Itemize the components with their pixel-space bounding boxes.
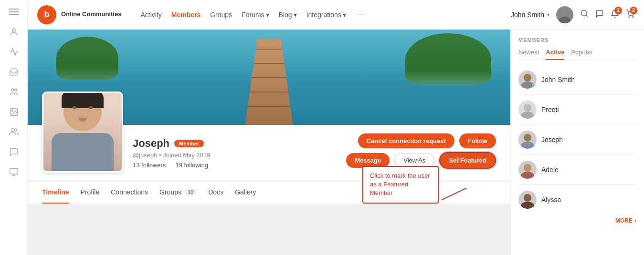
logo-text: Online Communities bbox=[61, 10, 121, 19]
tab-active[interactable]: Active bbox=[546, 49, 564, 60]
messages-icon[interactable] bbox=[595, 10, 604, 20]
svg-point-0 bbox=[12, 29, 15, 32]
online-indicator bbox=[532, 84, 536, 88]
notifications-icon[interactable]: 2 bbox=[611, 10, 619, 20]
activity-icon[interactable] bbox=[9, 47, 19, 57]
svg-point-26 bbox=[524, 194, 531, 202]
svg-point-20 bbox=[524, 104, 531, 112]
member-item-alyssa[interactable]: Alyssa bbox=[518, 187, 636, 213]
member-name-alyssa: Alyssa bbox=[541, 196, 561, 204]
nav-members[interactable]: Members bbox=[171, 11, 201, 19]
profile-name-row: Joseph Member bbox=[133, 137, 337, 150]
nav-more-dots[interactable]: ··· bbox=[358, 10, 365, 20]
svg-point-1 bbox=[11, 89, 14, 91]
svg-point-2 bbox=[14, 89, 17, 91]
main-container: b Online Communities Activity Members Gr… bbox=[28, 0, 644, 255]
cart-icon[interactable]: 2 bbox=[626, 10, 634, 20]
svg-point-23 bbox=[521, 142, 534, 149]
monitor-icon[interactable] bbox=[9, 167, 19, 177]
svg-line-13 bbox=[586, 15, 587, 16]
group-icon[interactable] bbox=[9, 87, 19, 97]
svg-point-22 bbox=[524, 134, 531, 142]
tab-gallery[interactable]: Gallery bbox=[235, 182, 256, 204]
member-item-joseph[interactable]: Joseph bbox=[518, 127, 636, 153]
profile-actions: Cancel connection request Follow Message… bbox=[346, 133, 496, 173]
blog-chevron: ▾ bbox=[294, 11, 297, 19]
profile-card: Joseph Member @joseph • Joined May 2019 … bbox=[28, 125, 510, 180]
user-name: John Smith bbox=[511, 11, 544, 19]
hamburger-menu-icon[interactable] bbox=[9, 7, 19, 17]
member-name-preeti: Preeti bbox=[541, 106, 559, 113]
divider bbox=[518, 154, 636, 155]
notification-badge: 2 bbox=[614, 7, 622, 14]
nav-activity[interactable]: Activity bbox=[140, 11, 161, 19]
member-item-john[interactable]: John Smith bbox=[518, 67, 636, 92]
logo-area[interactable]: b Online Communities bbox=[37, 5, 121, 24]
divider bbox=[518, 124, 636, 125]
groups-badge: 10 bbox=[184, 189, 197, 195]
nav-groups[interactable]: Groups bbox=[210, 11, 232, 19]
user-menu[interactable]: John Smith ▾ bbox=[511, 11, 549, 19]
member-item-preeti[interactable]: Preeti bbox=[518, 97, 636, 122]
image-icon[interactable] bbox=[9, 107, 19, 117]
people-icon[interactable] bbox=[9, 127, 19, 137]
followers-count: 13 followers bbox=[133, 162, 166, 169]
members-tabs: Newest Active Popular bbox=[518, 49, 636, 60]
avatar-image bbox=[43, 93, 122, 171]
action-row-top: Cancel connection request Follow bbox=[358, 133, 496, 148]
svg-point-25 bbox=[521, 172, 534, 179]
user-avatar-nav[interactable] bbox=[556, 6, 573, 23]
member-item-adele[interactable]: Adele bbox=[518, 157, 636, 183]
nav-blog[interactable]: Blog ▾ bbox=[279, 11, 297, 19]
profile-stats: 13 followers 19 following bbox=[133, 162, 337, 169]
inbox-icon[interactable] bbox=[9, 67, 19, 77]
right-sidebar: MEMBERS Newest Active Popular John Smith bbox=[510, 30, 644, 255]
svg-point-5 bbox=[14, 129, 17, 131]
profile-avatar bbox=[42, 92, 123, 173]
divider bbox=[518, 184, 636, 185]
profile-handle: @joseph • Joined May 2019 bbox=[133, 152, 337, 159]
tab-timeline[interactable]: Timeline bbox=[42, 182, 69, 204]
member-avatar-preeti bbox=[518, 101, 537, 119]
member-avatar-adele bbox=[518, 161, 537, 179]
nav-right: John Smith ▾ 2 2 bbox=[511, 6, 634, 23]
profile-header-row: Joseph Member @joseph • Joined May 2019 … bbox=[42, 125, 496, 173]
chat-icon[interactable] bbox=[9, 147, 19, 157]
forums-chevron: ▾ bbox=[266, 11, 269, 19]
search-icon[interactable] bbox=[580, 9, 589, 20]
logo-icon: b bbox=[37, 5, 56, 24]
tab-connections[interactable]: Connections bbox=[111, 182, 148, 204]
member-name-joseph: Joseph bbox=[541, 136, 563, 143]
svg-point-15 bbox=[633, 17, 633, 18]
member-avatar-john bbox=[518, 71, 537, 89]
user-icon[interactable] bbox=[9, 27, 19, 37]
svg-point-27 bbox=[521, 202, 534, 209]
integrations-chevron: ▾ bbox=[343, 11, 346, 19]
member-avatar-alyssa bbox=[518, 191, 537, 209]
nav-forums[interactable]: Forums ▾ bbox=[242, 11, 269, 19]
nav-integrations[interactable]: Integrations ▾ bbox=[306, 11, 346, 19]
profile-info: Joseph Member @joseph • Joined May 2019 … bbox=[133, 137, 337, 173]
content-area: Joseph Member @joseph • Joined May 2019 … bbox=[28, 30, 644, 255]
member-name-john: John Smith bbox=[541, 76, 575, 83]
tab-groups[interactable]: Groups 10 bbox=[159, 182, 197, 204]
more-arrow-icon: › bbox=[634, 217, 636, 224]
follow-button[interactable]: Follow bbox=[459, 133, 496, 148]
more-link[interactable]: MORE › bbox=[518, 217, 636, 224]
tab-popular[interactable]: Popular bbox=[571, 49, 592, 56]
svg-point-21 bbox=[521, 112, 534, 119]
following-count: 19 following bbox=[175, 162, 208, 169]
featured-tooltip: Click to mark the user as a Featured Mem… bbox=[362, 166, 439, 204]
cancel-connection-button[interactable]: Cancel connection request bbox=[358, 133, 454, 148]
tab-docs[interactable]: Docs bbox=[208, 182, 223, 204]
svg-point-18 bbox=[524, 74, 531, 82]
svg-point-11 bbox=[559, 17, 570, 23]
tab-profile[interactable]: Profile bbox=[81, 182, 100, 204]
member-badge: Member bbox=[174, 140, 204, 147]
member-name-adele: Adele bbox=[541, 166, 559, 173]
set-featured-button[interactable]: Set Featured bbox=[439, 152, 496, 169]
tab-newest[interactable]: Newest bbox=[518, 49, 539, 56]
profile-main: Joseph Member @joseph • Joined May 2019 … bbox=[28, 30, 510, 255]
user-chevron: ▾ bbox=[547, 12, 549, 17]
member-avatar-joseph bbox=[518, 131, 537, 149]
